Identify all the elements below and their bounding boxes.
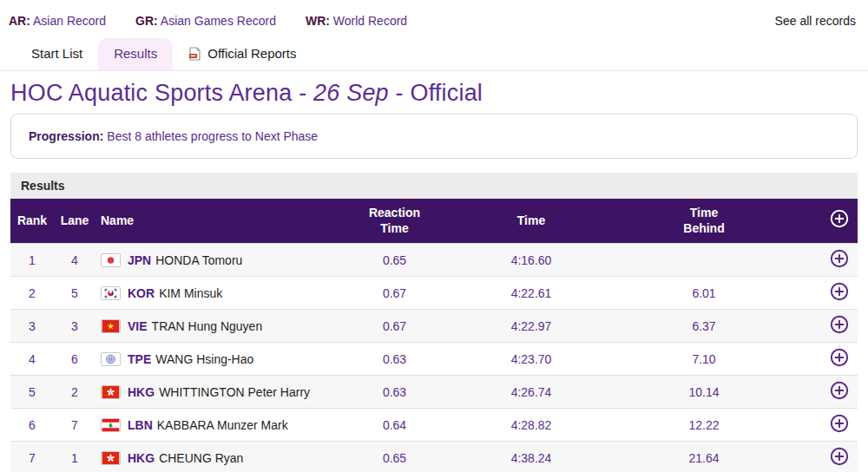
plus-circle-icon[interactable] xyxy=(830,381,849,400)
vie-flag-icon xyxy=(101,319,121,333)
plus-circle-icon[interactable] xyxy=(830,249,849,268)
expand-cell xyxy=(820,277,858,310)
rank-cell: 4 xyxy=(10,343,54,376)
expand-cell xyxy=(820,343,858,376)
table-row[interactable]: 3 3 VIETRAN Hung Nguyen 0.67 4:22.97 6.3… xyxy=(10,310,858,343)
reaction-time-cell: 0.67 xyxy=(314,277,475,310)
plus-circle-icon[interactable] xyxy=(830,414,849,433)
page-title-date: 26 Sep xyxy=(313,80,389,106)
jpn-flag-icon xyxy=(101,253,121,267)
legend-label: World Record xyxy=(333,14,407,28)
time-cell: 4:38.24 xyxy=(475,442,588,472)
athlete-name: KABBARA Munzer Mark xyxy=(157,418,288,432)
plus-circle-icon[interactable] xyxy=(830,209,849,228)
time-behind-cell: 21.64 xyxy=(588,442,820,472)
plus-circle-icon[interactable] xyxy=(830,348,849,367)
noc-code: HKG xyxy=(128,451,155,465)
header-lane: Lane xyxy=(54,199,95,244)
hkg-flag-icon xyxy=(101,385,121,399)
time-cell: 4:22.97 xyxy=(475,310,588,343)
tab-results[interactable]: Results xyxy=(98,38,173,70)
lane-cell: 5 xyxy=(54,277,95,310)
expand-cell xyxy=(820,244,858,277)
records-legend-bar: AR: Asian Record GR: Asian Games Record … xyxy=(0,0,868,35)
time-behind-cell: 10.14 xyxy=(588,376,820,409)
pdf-document-icon xyxy=(188,47,201,61)
progression-box: Progression:Best 8 athletes progress to … xyxy=(10,114,858,159)
see-all-records-link[interactable]: See all records xyxy=(775,14,856,28)
lane-cell: 1 xyxy=(54,442,95,472)
lane-cell: 7 xyxy=(54,409,95,442)
tab-official-reports[interactable]: Official Reports xyxy=(173,38,312,70)
lane-cell: 2 xyxy=(54,376,95,409)
plus-circle-icon[interactable] xyxy=(830,315,849,334)
noc-code: LBN xyxy=(128,418,153,432)
legend-label: Asian Games Record xyxy=(161,14,276,28)
header-reaction-line2: Time xyxy=(319,221,470,237)
noc-code: JPN xyxy=(128,253,151,267)
rank-cell: 2 xyxy=(10,277,54,310)
hkg-flag-icon xyxy=(101,451,121,465)
expand-cell xyxy=(820,442,858,472)
reaction-time-cell: 0.67 xyxy=(314,310,475,343)
athlete-cell: TPEWANG Hsing-Hao xyxy=(95,343,314,376)
reaction-time-cell: 0.63 xyxy=(314,376,475,409)
noc-code: HKG xyxy=(128,385,155,399)
plus-circle-icon[interactable] xyxy=(830,447,849,466)
header-expand-all xyxy=(820,199,858,244)
lane-cell: 6 xyxy=(54,343,95,376)
legend-abbr: WR: xyxy=(306,14,330,28)
page-title-suffix: - Official xyxy=(389,80,483,106)
athlete-cell: HKGCHEUNG Ryan xyxy=(95,442,314,472)
tab-start-list-label: Start List xyxy=(31,46,82,61)
table-row[interactable]: 2 5 KORKIM Minsuk 0.67 4:22.61 6.01 xyxy=(10,277,858,310)
athlete-name: CHEUNG Ryan xyxy=(159,451,243,465)
legend-abbr: GR: xyxy=(135,14,158,28)
time-cell: 4:16.60 xyxy=(475,244,588,277)
tab-results-label: Results xyxy=(114,46,157,61)
rank-cell: 1 xyxy=(10,244,54,277)
athlete-name: WHITTINGTON Peter Harry xyxy=(159,385,310,399)
progression-text: Best 8 athletes progress to Next Phase xyxy=(107,129,318,143)
noc-code: VIE xyxy=(128,319,148,333)
time-cell: 4:23.70 xyxy=(475,343,588,376)
table-row[interactable]: 7 1 HKGCHEUNG Ryan 0.65 4:38.24 21.64 xyxy=(10,442,858,472)
athlete-name: KIM Minsuk xyxy=(159,286,222,300)
page-title-prefix: HOC Aquatic Sports Arena - xyxy=(10,80,313,106)
time-behind-cell: 12.22 xyxy=(588,409,820,442)
plus-circle-icon[interactable] xyxy=(830,282,849,301)
legend-label: Asian Record xyxy=(33,14,106,28)
noc-code: KOR xyxy=(128,286,155,300)
rank-cell: 7 xyxy=(10,442,54,472)
athlete-cell: KORKIM Minsuk xyxy=(95,277,314,310)
tpe-flag-icon xyxy=(101,352,121,366)
lane-cell: 4 xyxy=(54,244,95,277)
athlete-name: HONDA Tomoru xyxy=(155,253,242,267)
reaction-time-cell: 0.63 xyxy=(314,343,475,376)
table-row[interactable]: 1 4 JPNHONDA Tomoru 0.65 4:16.60 xyxy=(10,244,858,277)
athlete-cell: HKGWHITTINGTON Peter Harry xyxy=(95,376,314,409)
header-time: Time xyxy=(475,199,588,244)
reaction-time-cell: 0.64 xyxy=(314,409,475,442)
time-behind-cell: 6.37 xyxy=(588,310,820,343)
table-row[interactable]: 6 7 LBNKABBARA Munzer Mark 0.64 4:28.82 … xyxy=(10,409,858,442)
table-row[interactable]: 4 6 TPEWANG Hsing-Hao 0.63 4:23.70 7.10 xyxy=(10,343,858,376)
tab-official-reports-label: Official Reports xyxy=(207,46,296,61)
rank-cell: 6 xyxy=(10,409,54,442)
athlete-cell: VIETRAN Hung Nguyen xyxy=(95,310,314,343)
reaction-time-cell: 0.65 xyxy=(314,244,475,277)
expand-cell xyxy=(820,376,858,409)
expand-cell xyxy=(820,310,858,343)
time-behind-cell xyxy=(588,244,820,277)
results-section-header: Results xyxy=(10,173,858,199)
tab-bar: Start List Results Official Reports xyxy=(0,38,868,71)
header-behind-line1: Time xyxy=(593,206,815,221)
athlete-cell: JPNHONDA Tomoru xyxy=(95,244,314,277)
time-behind-cell: 7.10 xyxy=(588,343,820,376)
tab-start-list[interactable]: Start List xyxy=(16,38,98,70)
time-cell: 4:28.82 xyxy=(475,409,588,442)
athlete-cell: LBNKABBARA Munzer Mark xyxy=(95,409,314,442)
results-table-body: 1 4 JPNHONDA Tomoru 0.65 4:16.60 2 5 KOR… xyxy=(10,244,858,472)
table-row[interactable]: 5 2 HKGWHITTINGTON Peter Harry 0.63 4:26… xyxy=(10,376,858,409)
noc-code: TPE xyxy=(128,352,151,366)
